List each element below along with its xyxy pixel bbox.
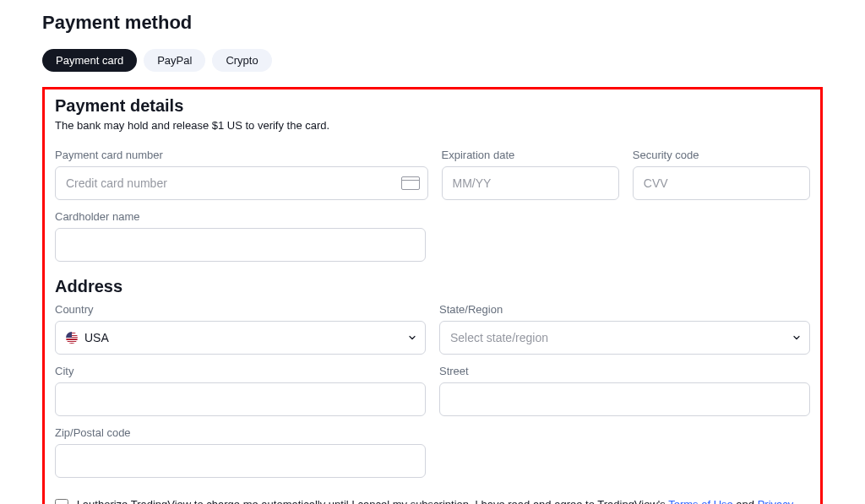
consent-checkbox[interactable] (55, 499, 68, 504)
payment-details-note: The bank may hold and release $1 US to v… (55, 119, 810, 132)
cvv-label: Security code (633, 149, 810, 161)
consent-text: I authorize TradingView to charge me aut… (77, 498, 810, 504)
usa-flag-icon (66, 332, 78, 344)
credit-card-icon (401, 176, 420, 190)
tab-payment-card[interactable]: Payment card (42, 49, 137, 72)
tab-paypal[interactable]: PayPal (144, 49, 205, 72)
state-label: State/Region (439, 303, 810, 316)
country-label: Country (55, 303, 426, 316)
zip-input[interactable] (55, 444, 426, 478)
payment-form-highlight: Payment details The bank may hold and re… (42, 87, 823, 504)
card-number-input[interactable] (55, 166, 428, 200)
tab-crypto[interactable]: Crypto (212, 49, 271, 72)
expiration-input[interactable] (442, 166, 619, 200)
city-label: City (55, 365, 426, 377)
terms-of-use-link[interactable]: Terms of Use (668, 498, 733, 504)
country-value: USA (84, 331, 109, 344)
zip-label: Zip/Postal code (55, 426, 426, 439)
card-number-label: Payment card number (55, 149, 428, 161)
payment-details-title: Payment details (55, 96, 810, 116)
payment-method-tabs: Payment card PayPal Crypto (42, 49, 823, 72)
address-title: Address (55, 277, 810, 296)
expiration-label: Expiration date (442, 149, 619, 161)
cardholder-input[interactable] (55, 228, 426, 262)
street-label: Street (439, 365, 810, 377)
city-input[interactable] (55, 382, 426, 416)
cardholder-label: Cardholder name (55, 210, 426, 223)
state-select[interactable]: Select state/region (439, 321, 810, 355)
country-select[interactable]: USA (55, 321, 426, 355)
street-input[interactable] (439, 382, 810, 416)
page-title: Payment method (42, 12, 823, 34)
cvv-input[interactable] (633, 166, 810, 200)
